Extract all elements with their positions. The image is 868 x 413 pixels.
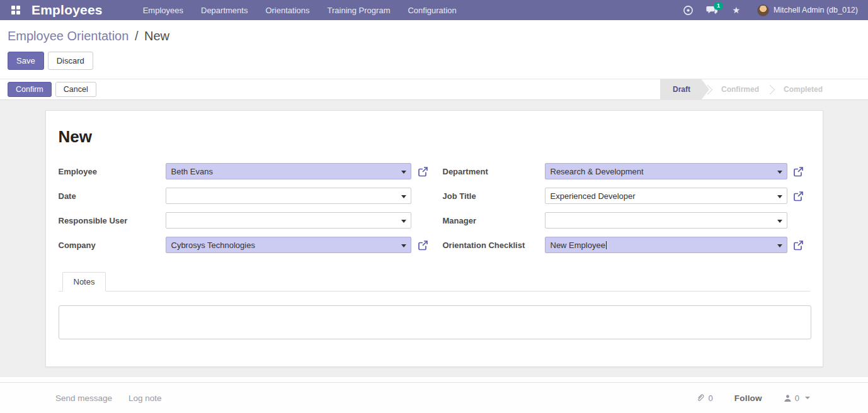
- control-panel: Employee Orientation / New Save Discard: [0, 20, 868, 70]
- app-screen: Employees Employees Departments Orientat…: [0, 0, 868, 413]
- form-statusbar: Confirm Cancel Draft Confirmed Completed: [0, 79, 868, 100]
- dropdown-caret-icon: [777, 244, 782, 247]
- confirm-button[interactable]: Confirm: [8, 82, 52, 97]
- form-sheet: New Employee Beth Evans Department Resea…: [45, 110, 823, 367]
- state-confirmed[interactable]: Confirmed: [709, 79, 772, 100]
- notebook: Notes: [59, 272, 810, 342]
- employee-field[interactable]: Beth Evans: [166, 163, 411, 179]
- menu-departments[interactable]: Departments: [193, 1, 255, 20]
- label-date: Date: [59, 191, 166, 201]
- log-note-button[interactable]: Log note: [128, 393, 162, 403]
- label-job-title: Job Title: [435, 191, 545, 201]
- form-view-background: New Employee Beth Evans Department Resea…: [0, 100, 868, 377]
- menu-employees[interactable]: Employees: [135, 1, 191, 20]
- orientation-checklist-value: New Employee: [551, 240, 605, 250]
- apps-menu-button[interactable]: [8, 2, 24, 18]
- dropdown-caret-icon: [401, 171, 406, 174]
- department-field[interactable]: Research & Development: [545, 163, 787, 179]
- job-title-value: Experienced Developer: [551, 191, 636, 201]
- label-responsible-user: Responsible User: [59, 216, 166, 225]
- job-title-external-link-icon[interactable]: [792, 190, 804, 202]
- label-employee: Employee: [59, 167, 166, 176]
- label-manager: Manager: [435, 216, 545, 225]
- notes-textarea[interactable]: [59, 305, 811, 339]
- app-title: Employees: [31, 3, 103, 18]
- breadcrumb: Employee Orientation / New: [8, 29, 860, 43]
- statusbar-states: Draft Confirmed Completed: [660, 79, 835, 100]
- company-external-link-icon[interactable]: [417, 239, 429, 251]
- user-name: Mitchell Admin (db_012): [774, 6, 858, 14]
- company-value: Cybrosys Technologies: [171, 240, 255, 250]
- dropdown-caret-icon: [777, 220, 782, 223]
- caret-down-icon: [805, 397, 810, 399]
- date-field[interactable]: [166, 188, 411, 204]
- breadcrumb-current: New: [144, 29, 169, 43]
- followers-button[interactable]: 0: [784, 393, 810, 403]
- company-field[interactable]: Cybrosys Technologies: [166, 237, 411, 253]
- department-value: Research & Development: [551, 167, 644, 176]
- dropdown-caret-icon: [401, 195, 406, 198]
- chatter-right: 0 Follow 0: [696, 393, 813, 403]
- menu-orientations[interactable]: Orientations: [258, 1, 317, 20]
- dropdown-caret-icon: [777, 195, 782, 198]
- menu-training-program[interactable]: Training Program: [320, 1, 398, 20]
- label-orientation-checklist: Orientation Checklist: [435, 240, 545, 250]
- activity-clock-icon: [683, 5, 694, 16]
- follow-button[interactable]: Follow: [734, 393, 762, 403]
- cancel-button[interactable]: Cancel: [55, 82, 96, 97]
- messages-button[interactable]: 1: [703, 1, 722, 20]
- star-button[interactable]: ★: [727, 1, 746, 20]
- systray: 1 ★ Mitchell Admin (db_012): [679, 1, 862, 20]
- tab-row: Notes: [59, 272, 810, 291]
- follower-count: 0: [795, 393, 799, 403]
- dropdown-caret-icon: [777, 171, 782, 174]
- orientation-checklist-field[interactable]: New Employee: [545, 237, 787, 253]
- paperclip-icon: [696, 393, 705, 403]
- top-navbar: Employees Employees Departments Orientat…: [0, 0, 868, 20]
- department-external-link-icon[interactable]: [792, 166, 804, 178]
- job-title-field[interactable]: Experienced Developer: [545, 188, 787, 204]
- message-count-badge: 1: [714, 2, 723, 10]
- label-department: Department: [435, 167, 545, 176]
- discard-button[interactable]: Discard: [48, 52, 93, 70]
- star-icon: ★: [733, 5, 741, 15]
- dropdown-caret-icon: [401, 244, 406, 247]
- menu-configuration[interactable]: Configuration: [400, 1, 464, 20]
- person-icon: [784, 394, 792, 402]
- record-title: New: [59, 127, 810, 147]
- user-menu[interactable]: Mitchell Admin (db_012): [751, 4, 862, 16]
- activities-button[interactable]: [679, 1, 698, 20]
- avatar: [757, 4, 769, 16]
- orientation-checklist-external-link-icon[interactable]: [792, 239, 804, 251]
- dropdown-caret-icon: [401, 220, 406, 223]
- control-panel-buttons: Save Discard: [8, 52, 860, 70]
- form-fields-grid: Employee Beth Evans Department Research …: [59, 163, 810, 253]
- responsible-user-field[interactable]: [166, 212, 411, 229]
- save-button[interactable]: Save: [8, 52, 44, 70]
- breadcrumb-parent-link[interactable]: Employee Orientation: [8, 29, 128, 43]
- chatter-bar: Send message Log note 0 Follow 0: [0, 382, 868, 413]
- statusbar-buttons: Confirm Cancel: [8, 82, 96, 97]
- employee-external-link-icon[interactable]: [417, 166, 429, 178]
- label-company: Company: [59, 240, 166, 250]
- text-cursor: [606, 241, 607, 249]
- attachment-count: 0: [709, 393, 713, 403]
- state-completed[interactable]: Completed: [771, 79, 835, 100]
- breadcrumb-separator: /: [135, 29, 139, 43]
- attachments-button[interactable]: 0: [696, 393, 713, 403]
- manager-field[interactable]: [545, 212, 787, 229]
- apps-grid-icon: [11, 6, 20, 14]
- send-message-button[interactable]: Send message: [55, 393, 112, 403]
- employee-value: Beth Evans: [171, 167, 214, 176]
- main-menu: Employees Departments Orientations Train…: [135, 1, 464, 20]
- tab-notes[interactable]: Notes: [62, 272, 106, 291]
